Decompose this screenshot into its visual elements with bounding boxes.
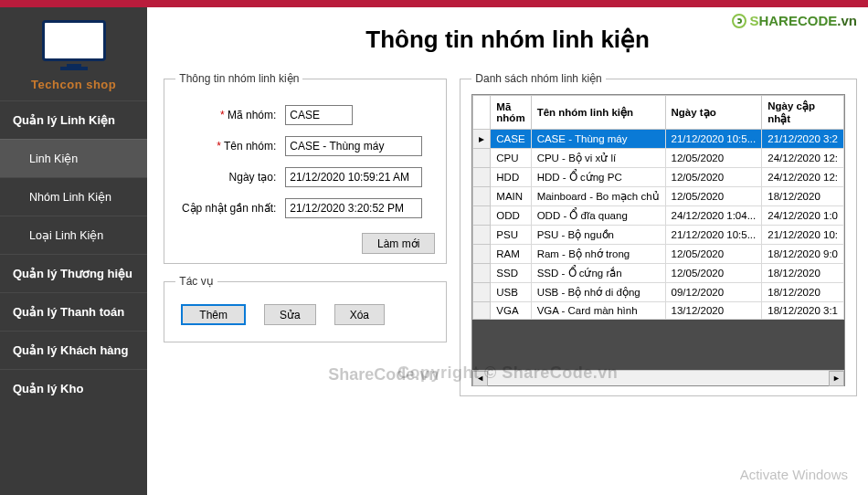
cell-ngaycap: 18/12/2020 <box>762 283 844 302</box>
row-indicator <box>473 245 491 264</box>
sidebar-item-4[interactable]: Quản lý Thương hiệu <box>0 254 147 292</box>
col-ma[interactable]: Mã nhóm <box>491 96 531 130</box>
input-ten-nhom[interactable] <box>285 136 422 156</box>
sharecode-logo: SHARECODE.vn <box>732 13 857 28</box>
row-indicator <box>473 226 491 245</box>
logo: Techcon shop <box>0 7 147 100</box>
monitor-icon <box>42 20 106 61</box>
cell-ma: PSU <box>491 226 531 245</box>
label-capnhat: Cập nhật gần nhất: <box>175 202 285 215</box>
input-cap-nhat[interactable] <box>285 198 422 218</box>
cell-ngaytao: 12/05/2020 <box>665 245 762 264</box>
cell-ngaycap: 18/12/2020 <box>762 264 844 283</box>
cell-ngaycap: 24/12/2020 12: <box>762 149 844 168</box>
edit-button[interactable]: Sửa <box>264 304 316 325</box>
table-row[interactable]: MAINMainboard - Bo mạch chủ12/05/202018/… <box>473 187 844 206</box>
cell-ngaycap: 24/12/2020 12: <box>762 168 844 187</box>
cell-ma: CPU <box>491 149 531 168</box>
data-grid[interactable]: Mã nhóm Tên nhóm linh kiện Ngày tạo Ngày… <box>471 94 845 386</box>
scroll-right-icon[interactable]: ► <box>829 371 844 386</box>
cell-ngaycap: 18/12/2020 9:0 <box>762 245 844 264</box>
cell-ten: HDD - Ổ cứng PC <box>531 168 665 187</box>
cell-ma: VGA <box>491 302 531 320</box>
table-row[interactable]: CPUCPU - Bộ vi xử lí12/05/202024/12/2020… <box>473 149 844 168</box>
label-ma: Mã nhóm: <box>175 109 285 121</box>
tasks-panel: Tác vụ Thêm Sửa Xóa <box>164 275 447 342</box>
label-ngaytao: Ngày tạo: <box>175 171 285 184</box>
row-indicator <box>473 168 491 187</box>
form-legend: Thông tin nhóm linh kiện <box>175 72 302 85</box>
cell-ten: CASE - Thùng máy <box>531 130 665 149</box>
cell-ma: MAIN <box>491 187 531 206</box>
sidebar-item-2[interactable]: Nhóm Linh Kiện <box>0 177 147 216</box>
row-indicator: ▸ <box>473 130 491 149</box>
cell-ten: VGA - Card màn hình <box>531 302 665 320</box>
sidebar-item-3[interactable]: Loại Linh Kiện <box>0 216 147 254</box>
row-indicator <box>473 302 491 320</box>
brand-name: Techcon shop <box>9 78 138 91</box>
table-row[interactable]: ODDODD - Ổ đĩa quang24/12/2020 1:04...24… <box>473 206 844 226</box>
row-indicator <box>473 206 491 226</box>
table-row[interactable]: RAMRam - Bộ nhớ trong12/05/202018/12/202… <box>473 245 844 264</box>
col-ten[interactable]: Tên nhóm linh kiện <box>531 96 665 130</box>
cell-ma: ODD <box>491 206 531 226</box>
cell-ngaycap: 18/12/2020 3:1 <box>762 302 844 320</box>
cell-ngaytao: 09/12/2020 <box>665 283 762 302</box>
cell-ten: Mainboard - Bo mạch chủ <box>531 187 665 206</box>
cell-ngaycap: 21/12/2020 3:2 <box>762 130 844 149</box>
cell-ma: CASE <box>491 130 531 149</box>
table-row[interactable]: ▸CASECASE - Thùng máy21/12/2020 10:5...2… <box>473 130 844 149</box>
refresh-button[interactable]: Làm mới <box>362 233 435 254</box>
input-ngay-tao[interactable] <box>285 167 422 187</box>
table-row[interactable]: SSDSSD - Ổ cứng rắn12/05/202018/12/2020 <box>473 264 844 283</box>
cell-ngaytao: 21/12/2020 10:5... <box>665 226 762 245</box>
cell-ten: SSD - Ổ cứng rắn <box>531 264 665 283</box>
col-selector[interactable] <box>473 96 491 130</box>
horizontal-scrollbar[interactable]: ◄ ► <box>472 370 844 385</box>
sidebar: Techcon shop Quản lý Linh KiệnLinh KiệnN… <box>0 7 147 495</box>
cell-ten: PSU - Bộ nguồn <box>531 226 665 245</box>
cell-ngaycap: 18/12/2020 <box>762 187 844 206</box>
row-indicator <box>473 187 491 206</box>
list-panel: Danh sách nhóm linh kiện Mã nhóm Tên nhó… <box>460 72 857 396</box>
sidebar-item-6[interactable]: Quản lý Khách hàng <box>0 331 147 369</box>
cell-ma: USB <box>491 283 531 302</box>
title-bar <box>0 0 868 7</box>
row-indicator <box>473 149 491 168</box>
input-ma-nhom[interactable] <box>285 105 353 125</box>
cell-ngaytao: 12/05/2020 <box>665 149 762 168</box>
list-legend: Danh sách nhóm linh kiện <box>471 72 605 85</box>
add-button[interactable]: Thêm <box>181 304 246 325</box>
col-ngaycap[interactable]: Ngày cập nhật <box>762 96 844 130</box>
label-ten: Tên nhóm: <box>175 140 285 153</box>
recycle-icon <box>732 14 746 28</box>
sidebar-item-1[interactable]: Linh Kiện <box>0 139 147 177</box>
scroll-left-icon[interactable]: ◄ <box>472 371 488 386</box>
cell-ngaytao: 24/12/2020 1:04... <box>665 206 762 226</box>
activate-windows: Activate Windows <box>740 467 848 482</box>
sidebar-item-0[interactable]: Quản lý Linh Kiện <box>0 100 147 139</box>
sidebar-item-7[interactable]: Quản lý Kho <box>0 369 147 407</box>
cell-ten: CPU - Bộ vi xử lí <box>531 149 665 168</box>
row-indicator <box>473 264 491 283</box>
row-indicator <box>473 283 491 302</box>
sidebar-item-5[interactable]: Quản lý Thanh toán <box>0 292 147 331</box>
col-ngaytao[interactable]: Ngày tạo <box>665 96 762 130</box>
main: SHARECODE.vn Thông tin nhóm linh kiện Th… <box>147 7 868 495</box>
cell-ngaytao: 13/12/2020 <box>665 302 762 320</box>
cell-ten: ODD - Ổ đĩa quang <box>531 206 665 226</box>
page-title: Thông tin nhóm linh kiện <box>147 26 868 54</box>
nav: Quản lý Linh KiệnLinh KiệnNhóm Linh Kiện… <box>0 100 147 407</box>
cell-ngaytao: 12/05/2020 <box>665 187 762 206</box>
table-row[interactable]: USBUSB - Bộ nhớ di động09/12/202018/12/2… <box>473 283 844 302</box>
table-row[interactable]: PSUPSU - Bộ nguồn21/12/2020 10:5...21/12… <box>473 226 844 245</box>
delete-button[interactable]: Xóa <box>334 304 385 325</box>
table-row[interactable]: VGAVGA - Card màn hình13/12/202018/12/20… <box>473 302 844 320</box>
cell-ma: RAM <box>491 245 531 264</box>
cell-ngaytao: 21/12/2020 10:5... <box>665 130 762 149</box>
cell-ma: HDD <box>491 168 531 187</box>
tasks-legend: Tác vụ <box>175 275 217 288</box>
table-row[interactable]: HDDHDD - Ổ cứng PC12/05/202024/12/2020 1… <box>473 168 844 187</box>
cell-ten: USB - Bộ nhớ di động <box>531 283 665 302</box>
cell-ngaytao: 12/05/2020 <box>665 168 762 187</box>
